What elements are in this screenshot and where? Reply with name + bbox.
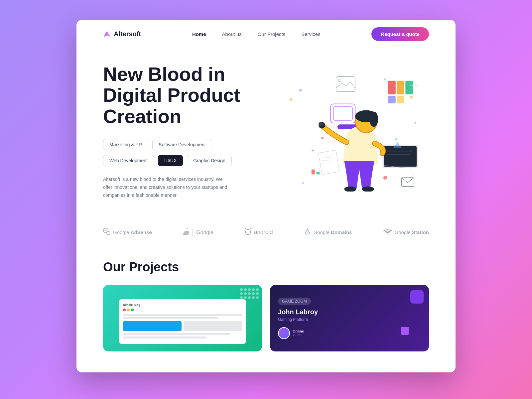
svg-point-29	[369, 112, 378, 127]
game-name: John Labroy	[278, 308, 421, 316]
browser-window: Altersoft Home About us Our Projects Ser…	[76, 20, 456, 372]
svg-point-58	[248, 232, 249, 233]
tag-graphic[interactable]: Graphic Design	[187, 155, 232, 166]
game-sub: Gaming Platform	[278, 317, 421, 322]
tag-marketing[interactable]: Marketing & PR	[103, 139, 148, 150]
svg-point-61	[387, 234, 388, 235]
svg-point-6	[384, 78, 386, 81]
project-card-game[interactable]: GAME ZOOM John Labroy Gaming Platform On…	[270, 285, 429, 351]
svg-rect-12	[388, 81, 396, 94]
svg-marker-60	[305, 229, 310, 234]
svg-text://: //	[410, 150, 411, 153]
projects-title: Our Projects	[103, 260, 429, 274]
project-dots	[240, 288, 259, 299]
google-divider: |	[192, 228, 194, 236]
google-label: Google	[196, 229, 213, 235]
request-quote-button[interactable]: Request a quote	[371, 27, 429, 41]
hero-section: New Blood in Digital Product Creation Ma…	[76, 48, 456, 221]
logo[interactable]: Altersoft	[103, 30, 141, 38]
svg-point-33	[319, 122, 323, 126]
game-tag: GAME ZOOM	[278, 298, 311, 305]
svg-marker-1	[104, 31, 107, 37]
svg-rect-5	[410, 96, 412, 98]
svg-rect-16	[397, 96, 404, 103]
svg-rect-40	[317, 172, 320, 175]
mockup-title: Simple Blog	[123, 303, 242, 307]
svg-point-54	[245, 229, 251, 235]
svg-point-43	[395, 138, 397, 141]
svg-rect-20	[384, 146, 417, 167]
svg-rect-14	[405, 81, 413, 94]
logo-text: Altersoft	[114, 30, 141, 38]
svg-rect-3	[290, 98, 292, 101]
svg-point-2	[299, 89, 302, 92]
tag-software[interactable]: Software Development	[152, 139, 212, 150]
svg-point-8	[338, 79, 341, 81]
partner-domains: Google Domains	[304, 228, 352, 236]
projects-section: Our Projects Simple Blog	[76, 253, 456, 368]
partner-google: | Google	[183, 228, 213, 237]
nav-home[interactable]: Home	[192, 31, 206, 37]
tag-row-1: Marketing & PR Software Development	[103, 139, 263, 150]
project-card-blog[interactable]: Simple Blog	[103, 285, 262, 351]
svg-point-41	[383, 176, 387, 180]
nav-links: Home About us Our Projects Services	[192, 31, 321, 37]
partners-section: Google AdSense | Google android Google D…	[76, 221, 456, 253]
station-icon	[383, 228, 392, 236]
svg-rect-15	[388, 96, 396, 103]
project-card-blog-inner: Simple Blog	[103, 285, 262, 351]
svg-point-44	[302, 182, 305, 185]
svg-rect-13	[397, 81, 404, 94]
nav-about[interactable]: About us	[222, 31, 242, 37]
nav-projects[interactable]: Our Projects	[258, 31, 285, 37]
nav-services[interactable]: Services	[301, 31, 321, 37]
project-blog-mockup: Simple Blog	[119, 299, 246, 344]
svg-point-57	[246, 232, 247, 233]
android-label: android	[254, 229, 273, 236]
domains-label: Google Domains	[314, 229, 352, 235]
tag-web[interactable]: Web Development	[103, 155, 154, 166]
apple-icon	[183, 228, 189, 237]
partner-android: android	[245, 228, 273, 237]
station-label: Google Station	[395, 229, 429, 235]
svg-rect-39	[312, 170, 315, 175]
project-card-game-inner: GAME ZOOM John Labroy Gaming Platform On…	[270, 285, 429, 351]
partner-station: Google Station	[383, 228, 429, 236]
svg-rect-34	[318, 150, 339, 175]
hero-left: New Blood in Digital Product Creation Ma…	[103, 64, 263, 200]
svg-line-56	[250, 228, 251, 229]
hero-svg: //	[276, 71, 429, 191]
adsense-icon	[103, 228, 110, 237]
domains-icon	[304, 228, 311, 236]
svg-line-55	[245, 228, 246, 229]
projects-grid: Simple Blog	[103, 285, 429, 351]
tag-uiux[interactable]: UI/UX	[158, 155, 183, 166]
android-icon	[245, 228, 251, 237]
dark-card-content: GAME ZOOM John Labroy Gaming Platform On…	[270, 290, 429, 347]
svg-point-52	[105, 229, 107, 231]
svg-rect-10	[333, 107, 352, 120]
logo-icon	[103, 30, 111, 38]
hero-illustration: //	[276, 62, 429, 201]
svg-point-53	[107, 231, 110, 235]
hero-description: Altersoft is a new blood to the digital …	[103, 176, 229, 199]
hero-title: New Blood in Digital Product Creation	[103, 64, 263, 127]
partner-adsense: Google AdSense	[103, 228, 152, 237]
tag-row-2: Web Development UI/UX Graphic Design	[103, 155, 263, 166]
svg-point-42	[321, 137, 324, 139]
adsense-label: Google AdSense	[113, 229, 152, 235]
navbar: Altersoft Home About us Our Projects Ser…	[76, 20, 456, 48]
